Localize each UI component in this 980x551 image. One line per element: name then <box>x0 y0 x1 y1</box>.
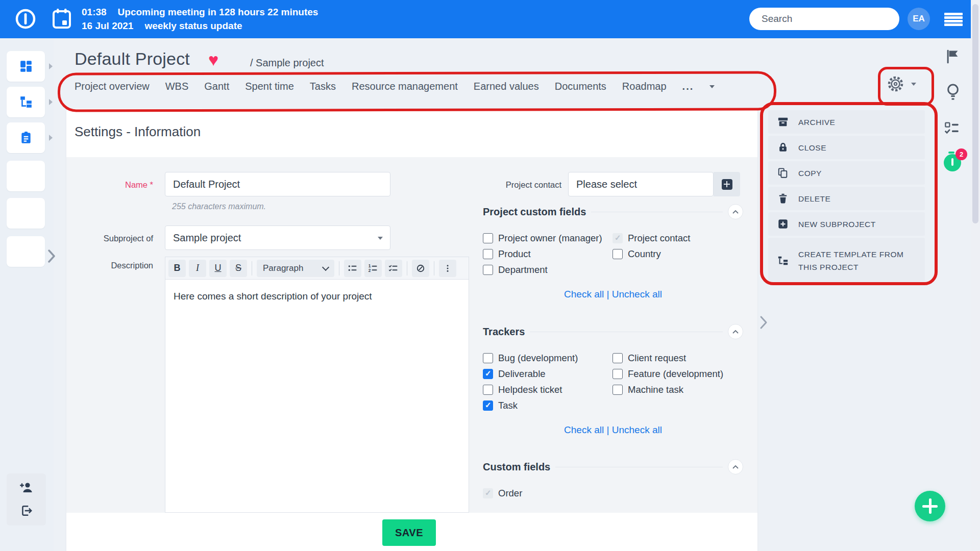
underline-button[interactable]: U <box>209 260 227 277</box>
name-input[interactable]: Default Project <box>165 172 390 196</box>
flag-icon[interactable] <box>945 49 960 64</box>
sidebar-item-empty[interactable] <box>7 236 45 267</box>
tabs-more-caret-icon[interactable] <box>709 85 715 88</box>
checkbox-client-request[interactable]: Client request <box>612 353 686 364</box>
check-all-link[interactable]: Check all <box>564 424 604 435</box>
collapse-section-button[interactable] <box>728 324 743 339</box>
checkbox[interactable] <box>483 233 493 243</box>
checkbox-bug-development[interactable]: Bug (development) <box>483 353 578 364</box>
project-contact-select[interactable]: Please select <box>568 172 714 196</box>
collapse-section-button[interactable] <box>728 459 743 474</box>
paragraph-style-select[interactable]: Paragraph <box>257 260 334 277</box>
checkbox-deliverable[interactable]: Deliverable <box>483 368 546 380</box>
tab-resource-management[interactable]: Resource management <box>352 81 458 92</box>
checkbox[interactable] <box>483 369 493 379</box>
add-user-icon[interactable] <box>19 482 33 494</box>
sidebar-expand-caret[interactable] <box>49 135 53 141</box>
trackers-check-links: Check all | Uncheck all <box>483 424 743 436</box>
tab-project-overview[interactable]: Project overview <box>75 81 150 92</box>
sidebar-expand-caret[interactable] <box>49 63 53 69</box>
menu-item-close[interactable]: CLOSE <box>768 136 925 159</box>
tab-wbs[interactable]: WBS <box>165 81 189 92</box>
checkbox[interactable] <box>612 385 623 395</box>
quick-add-button[interactable] <box>915 491 945 521</box>
settings-heading: Settings - Information <box>75 124 201 140</box>
sidebar-item-empty[interactable] <box>7 198 45 229</box>
checkbox-label: Task <box>498 400 518 411</box>
tab-roadmap[interactable]: Roadmap <box>622 81 667 92</box>
uncheck-all-link[interactable]: Uncheck all <box>612 289 662 299</box>
checkbox[interactable] <box>612 249 623 259</box>
menu-item-archive[interactable]: ARCHIVE <box>768 110 925 134</box>
section-divider <box>530 332 723 332</box>
checkbox-feature-development[interactable]: Feature (development) <box>612 368 723 380</box>
sidebar-item-projects[interactable] <box>7 87 45 117</box>
menu-item-new-subproject[interactable]: NEW SUBPROJECT <box>768 212 925 236</box>
app-logo-icon[interactable] <box>14 8 37 30</box>
upcoming-meeting-info[interactable]: 01:38Upcoming meeting in 128 hours 22 mi… <box>82 5 329 33</box>
breadcrumb[interactable]: / Sample project <box>250 57 324 69</box>
calendar-icon[interactable] <box>53 8 71 30</box>
toolbar-more-button[interactable] <box>439 260 456 277</box>
checkbox[interactable] <box>483 400 493 411</box>
strikethrough-button[interactable]: S <box>230 260 247 277</box>
checkbox-label: Department <box>498 264 548 276</box>
tab-spent-time[interactable]: Spent time <box>245 81 294 92</box>
uncheck-all-link[interactable]: Uncheck all <box>612 424 662 435</box>
add-contact-button[interactable] <box>714 172 740 196</box>
logout-icon[interactable] <box>20 504 33 517</box>
todo-list-button[interactable] <box>385 260 402 277</box>
checkbox-task[interactable]: Task <box>483 400 518 411</box>
description-editor[interactable]: Here comes a short description of your p… <box>165 279 469 513</box>
numbered-list-button[interactable]: 1 2 <box>364 260 382 277</box>
expand-panel-chevron[interactable] <box>760 315 768 330</box>
tab-gantt[interactable]: Gantt <box>204 81 229 92</box>
sidebar-item-empty[interactable] <box>7 161 45 191</box>
plus-icon <box>722 179 732 190</box>
favorite-heart-icon[interactable]: ♥ <box>208 50 218 70</box>
avatar[interactable]: EA <box>908 8 930 30</box>
menu-item-copy[interactable]: COPY <box>768 161 925 185</box>
hamburger-menu-icon[interactable] <box>944 13 963 26</box>
checkbox-project-contact[interactable]: Project contact <box>612 233 690 244</box>
checkbox[interactable] <box>612 353 623 363</box>
sidebar-item-dashboard[interactable] <box>7 51 45 82</box>
menu-item-delete[interactable]: DELETE <box>768 187 925 210</box>
checkbox-project-owner[interactable]: Project owner (manager) <box>483 233 602 244</box>
tab-documents[interactable]: Documents <box>555 81 606 92</box>
checkbox[interactable] <box>483 265 493 275</box>
save-button[interactable]: SAVE <box>382 519 436 546</box>
checkbox-product[interactable]: Product <box>483 248 531 260</box>
bold-button[interactable]: B <box>168 260 186 277</box>
italic-button[interactable]: I <box>189 260 206 277</box>
notification-badge[interactable]: 2 <box>955 148 967 160</box>
menu-item-label: NEW SUBPROJECT <box>798 218 918 231</box>
checkbox-country[interactable]: Country <box>612 248 661 260</box>
checkbox[interactable] <box>483 249 493 259</box>
subproject-select[interactable]: Sample project <box>165 226 390 250</box>
sidebar-collapse-chevron[interactable] <box>47 248 56 264</box>
tab-tasks[interactable]: Tasks <box>310 81 336 92</box>
checkbox-order[interactable]: Order <box>483 488 522 499</box>
bullet-list-button[interactable] <box>344 260 361 277</box>
checkbox-machine-task[interactable]: Machine task <box>612 384 683 395</box>
sidebar-item-tasks[interactable] <box>7 122 45 153</box>
lightbulb-icon[interactable] <box>945 83 961 102</box>
checkbox[interactable] <box>483 385 493 395</box>
tab-earned-values[interactable]: Earned values <box>474 81 539 92</box>
insert-link-button[interactable] <box>412 260 429 277</box>
sidebar-expand-caret[interactable] <box>49 99 53 105</box>
tab-more[interactable]: ... <box>682 81 694 92</box>
collapse-section-button[interactable] <box>728 204 743 219</box>
checklist-icon[interactable] <box>944 121 960 135</box>
checkbox[interactable] <box>483 353 493 363</box>
search-input[interactable] <box>749 8 899 30</box>
copy-icon <box>777 167 789 179</box>
page-scrollbar-thumb[interactable] <box>972 4 978 223</box>
checkbox[interactable] <box>612 369 623 379</box>
checkbox-helpdesk-ticket[interactable]: Helpdesk ticket <box>483 384 562 395</box>
checkbox-department[interactable]: Department <box>483 264 548 276</box>
check-all-link[interactable]: Check all <box>564 289 604 299</box>
project-settings-gear[interactable] <box>886 74 916 93</box>
menu-item-create-template[interactable]: CREATE TEMPLATE FROM THIS PROJECT <box>768 238 925 284</box>
